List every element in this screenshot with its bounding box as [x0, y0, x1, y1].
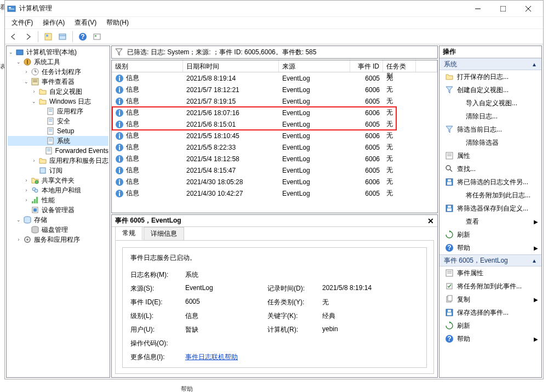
svg-rect-94 [447, 208, 452, 211]
table-row[interactable]: 信息2021/5/4 8:15:47EventLog6005无 [112, 164, 437, 176]
menu-action[interactable]: 操作(A) [38, 17, 69, 29]
toolbar-icon[interactable] [90, 30, 104, 43]
table-row[interactable]: 信息2021/4/30 18:05:28EventLog6006无 [112, 176, 437, 188]
detail-close-button[interactable]: ✕ [427, 217, 434, 225]
table-row[interactable]: 信息2021/5/4 18:12:58EventLog6006无 [112, 153, 437, 164]
col-event-id[interactable]: 事件 ID [350, 60, 383, 72]
chevron-right-icon[interactable]: › [15, 236, 22, 243]
chevron-right-icon[interactable]: › [23, 69, 30, 75]
action-item[interactable]: 属性 [439, 149, 541, 162]
table-row[interactable]: 信息2021/5/8 8:19:14EventLog6005无 [112, 72, 437, 84]
chevron-down-icon[interactable]: ⌄ [31, 98, 37, 105]
table-row[interactable]: 信息2021/5/7 18:12:21EventLog6006无 [112, 84, 437, 95]
col-source[interactable]: 来源 [279, 60, 350, 72]
action-item[interactable]: 清除日志... [439, 110, 541, 123]
toolbar-icon[interactable] [56, 30, 69, 43]
action-item[interactable]: 刷新 [439, 319, 541, 332]
menu-file[interactable]: 文件(F) [7, 17, 37, 29]
action-item[interactable]: 复制▶ [439, 293, 541, 306]
detail-header: 事件 6005，EventLog [115, 216, 181, 225]
help-button[interactable]: ? [76, 30, 89, 43]
action-item[interactable]: 筛选当前日志... [439, 123, 541, 136]
online-help-link[interactable]: 事件日志联机帮助 [185, 353, 262, 362]
action-item[interactable]: 刷新 [439, 228, 541, 241]
tree-item[interactable]: 系统 [8, 136, 109, 146]
tree-item[interactable]: ⌄系统工具 [8, 57, 109, 67]
action-item[interactable]: 将已筛选的日志文件另... [439, 175, 541, 189]
chevron-down-icon[interactable]: ⌄ [8, 49, 14, 55]
actions-section-event[interactable]: 事件 6005，EventLog▲ [439, 254, 541, 266]
tree-item[interactable]: 设备管理器 [8, 205, 109, 215]
tree-item[interactable]: ›应用程序和服务日志 [8, 156, 109, 166]
table-row[interactable]: 信息2021/5/5 18:10:45EventLog6006无 [112, 130, 437, 141]
menu-help[interactable]: 帮助(H) [102, 17, 133, 29]
tree-item[interactable]: ⌄事件查看器 [8, 77, 109, 87]
col-task-category[interactable]: 任务类别 [383, 60, 416, 72]
tree-item[interactable]: 安全 [8, 116, 109, 126]
chevron-down-icon[interactable]: ⌄ [15, 59, 22, 65]
action-item[interactable]: 将任务附加到此日志... [439, 189, 541, 202]
action-item[interactable]: 查找... [439, 162, 541, 175]
tree-item[interactable]: ›自定义视图 [8, 87, 109, 96]
action-item[interactable]: 将筛选器保存到自定义... [439, 202, 541, 215]
tree-item[interactable]: 应用程序 [8, 106, 109, 116]
tree-item[interactable]: ⌄存储 [8, 215, 109, 225]
forward-button[interactable] [21, 30, 35, 43]
tree-item[interactable]: ⌄Windows 日志 [8, 96, 109, 106]
tab-details[interactable]: 详细信息 [144, 227, 184, 240]
tree-item[interactable]: ›共享文件夹 [8, 175, 109, 185]
action-item[interactable]: 打开保存的日志... [439, 70, 541, 83]
action-item[interactable]: 查看▶ [439, 215, 541, 228]
kv-eventid-label: 事件 ID(E): [130, 298, 180, 307]
tree-item[interactable]: ›任务计划程序 [8, 67, 109, 77]
table-body[interactable]: 信息2021/5/8 8:19:14EventLog6005无信息2021/5/… [112, 72, 437, 213]
action-item[interactable]: 清除筛选器 [439, 136, 541, 149]
action-item[interactable]: 创建自定义视图... [439, 83, 541, 96]
table-row[interactable]: 信息2021/5/7 8:19:15EventLog6005无 [112, 95, 437, 107]
tab-general[interactable]: 常规 [115, 226, 142, 240]
action-item[interactable]: 导入自定义视图... [439, 96, 541, 110]
chevron-right-icon[interactable]: › [31, 157, 37, 164]
action-item[interactable]: 将任务附加到此事件... [439, 280, 541, 293]
maximize-button[interactable] [490, 1, 516, 16]
cell-task: 无 [383, 120, 416, 129]
chevron-right-icon[interactable]: › [23, 197, 30, 203]
table-row[interactable]: 信息2021/5/6 18:07:16EventLog6006无 [112, 107, 437, 118]
action-item[interactable]: ?帮助▶ [439, 241, 541, 254]
minimize-button[interactable] [465, 1, 490, 16]
close-button[interactable] [516, 1, 541, 16]
tree-item[interactable]: 磁盘管理 [8, 225, 109, 235]
toolbar-icon[interactable] [42, 30, 55, 43]
actions-pane: 操作 系统▲ 打开保存的日志...创建自定义视图...导入自定义视图...清除日… [439, 46, 542, 378]
navigation-tree[interactable]: ⌄计算机管理(本地)⌄系统工具›任务计划程序⌄事件查看器›自定义视图⌄Windo… [6, 46, 110, 378]
col-level[interactable]: 级别 [112, 60, 183, 72]
chevron-right-icon[interactable]: › [23, 177, 30, 184]
col-datetime[interactable]: 日期和时间 [183, 60, 279, 72]
action-item[interactable]: 保存选择的事件... [439, 306, 541, 319]
action-label: 创建自定义视图... [457, 86, 509, 95]
chevron-right-icon[interactable]: › [23, 187, 30, 194]
table-row[interactable]: 信息2021/4/30 10:42:27EventLog6005无 [112, 188, 437, 199]
action-item[interactable]: ?帮助▶ [439, 332, 541, 345]
chevron-down-icon[interactable]: ⌄ [23, 78, 30, 85]
tree-item[interactable]: Forwarded Events [8, 146, 109, 156]
action-label: 清除筛选器 [466, 138, 499, 147]
tree-item-label: 应用程序 [57, 107, 83, 116]
table-row[interactable]: 信息2021/5/5 8:22:33EventLog6005无 [112, 141, 437, 153]
action-item[interactable]: 事件属性 [439, 266, 541, 280]
menu-view[interactable]: 查看(V) [70, 17, 101, 29]
svg-rect-43 [32, 201, 33, 203]
table-row[interactable]: 信息2021/5/6 8:15:01EventLog6005无 [112, 118, 437, 130]
cell-source: EventLog [279, 167, 350, 174]
tree-item[interactable]: ›本地用户和组 [8, 185, 109, 195]
chevron-down-icon[interactable]: ⌄ [15, 217, 22, 223]
tree-item[interactable]: Setup [8, 126, 109, 136]
actions-section-system[interactable]: 系统▲ [439, 58, 541, 70]
back-button[interactable] [7, 30, 20, 43]
tree-item[interactable]: 订阅 [8, 166, 109, 175]
chevron-right-icon[interactable]: › [31, 88, 37, 95]
tree-item[interactable]: ›性能 [8, 195, 109, 205]
svg-rect-72 [119, 146, 120, 150]
tree-item[interactable]: ›服务和应用程序 [8, 235, 109, 245]
tree-item[interactable]: ⌄计算机管理(本地) [8, 47, 109, 57]
